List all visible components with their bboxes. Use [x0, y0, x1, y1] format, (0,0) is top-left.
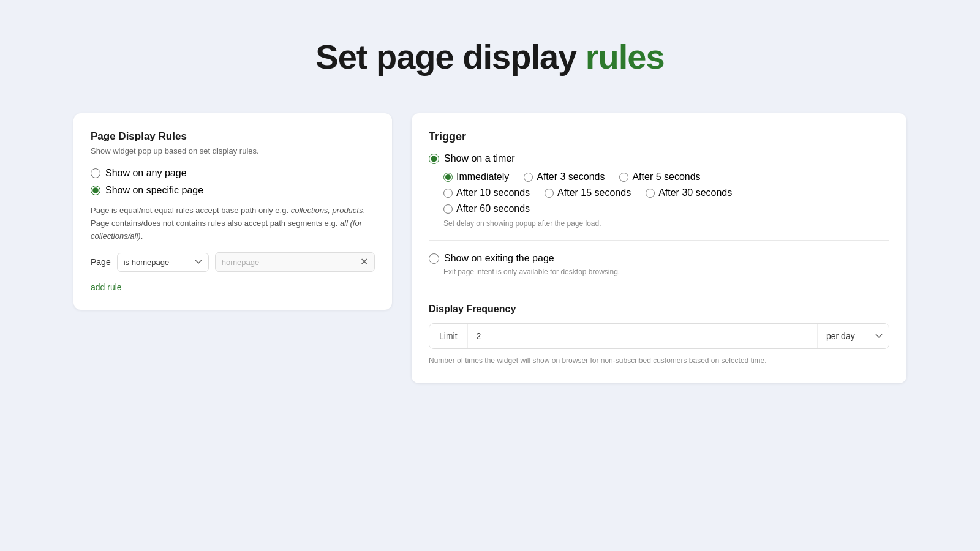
show-specific-page-radio[interactable] [91, 186, 100, 195]
after-15-label: After 15 seconds [557, 187, 631, 198]
timer-row-3: After 60 seconds [443, 203, 889, 214]
main-content: Page Display Rules Show widget pop up ba… [74, 113, 907, 383]
page-wrapper: Set page display rules Page Display Rule… [0, 0, 980, 551]
left-panel: Page Display Rules Show widget pop up ba… [74, 113, 392, 310]
show-on-timer-label: Show on a timer [444, 153, 515, 164]
frequency-description: Number of times the widget will show on … [429, 355, 889, 366]
show-specific-page-label: Show on specific page [105, 185, 203, 196]
show-any-page-radio[interactable] [91, 168, 100, 178]
frequency-divider [429, 291, 889, 291]
show-any-page-option[interactable]: Show on any page [91, 168, 375, 179]
page-rule-label: Page [91, 257, 111, 267]
after-60-label: After 60 seconds [456, 203, 530, 214]
add-rule-link[interactable]: add rule [91, 282, 122, 292]
show-on-exit-option: Show on exiting the page Exit page inten… [429, 253, 889, 276]
after-3-option[interactable]: After 3 seconds [524, 171, 605, 182]
show-any-page-label: Show on any page [105, 168, 187, 179]
after-5-label: After 5 seconds [632, 171, 700, 182]
after-60-option[interactable]: After 60 seconds [443, 203, 530, 214]
show-on-exit-radio[interactable] [429, 253, 439, 264]
after-30-radio[interactable] [646, 189, 655, 198]
show-on-exit-label: Show on exiting the page [444, 253, 554, 264]
desc-line2: . [363, 206, 365, 215]
trigger-divider [429, 240, 889, 241]
after-30-option[interactable]: After 30 seconds [646, 187, 732, 198]
page-title: Set page display rules [74, 37, 907, 77]
timer-row-2: After 10 seconds After 15 seconds After … [443, 187, 889, 198]
immediately-option[interactable]: Immediately [443, 171, 509, 182]
show-on-timer-label-row[interactable]: Show on a timer [429, 153, 889, 164]
page-rule-input-wrapper: ✕ [215, 252, 375, 272]
page-display-options: Show on any page Show on specific page [91, 168, 375, 196]
immediately-label: Immediately [456, 171, 509, 182]
limit-label: Limit [429, 324, 468, 348]
clear-input-button[interactable]: ✕ [360, 257, 368, 267]
desc-line4: . [141, 231, 143, 241]
panel-subtitle: Show widget pop up based on set display … [91, 146, 375, 156]
show-on-timer-option: Show on a timer Immediately After 3 seco… [429, 153, 889, 228]
after-5-option[interactable]: After 5 seconds [619, 171, 700, 182]
frequency-row: Limit per day per session per week [429, 323, 889, 349]
desc-line3: Page contains/does not contains rules al… [91, 219, 340, 228]
after-5-radio[interactable] [619, 173, 628, 182]
page-rule-description: Page is equal/not equal rules accept bas… [91, 204, 375, 242]
show-on-exit-label-row[interactable]: Show on exiting the page [429, 253, 889, 264]
timer-hint: Set delay on showing popup after the pag… [443, 219, 889, 228]
after-10-radio[interactable] [443, 189, 453, 198]
after-3-radio[interactable] [524, 173, 533, 182]
exit-hint: Exit page intent is only available for d… [443, 268, 889, 276]
after-10-option[interactable]: After 10 seconds [443, 187, 530, 198]
desc-italic1: collections, products [291, 206, 363, 215]
trigger-section-title: Trigger [429, 130, 889, 143]
page-rule-dropdown[interactable]: is homepage is not homepage contains doe… [117, 253, 209, 272]
show-on-timer-radio[interactable] [429, 154, 439, 164]
after-15-radio[interactable] [545, 189, 554, 198]
after-15-option[interactable]: After 15 seconds [545, 187, 631, 198]
frequency-section: Display Frequency Limit per day per sess… [429, 291, 889, 366]
limit-input[interactable] [468, 324, 817, 348]
frequency-title: Display Frequency [429, 304, 889, 315]
after-10-label: After 10 seconds [456, 187, 530, 198]
timer-row-1: Immediately After 3 seconds After 5 seco… [443, 171, 889, 182]
per-day-select[interactable]: per day per session per week [817, 324, 889, 348]
after-30-label: After 30 seconds [658, 187, 732, 198]
desc-line1: Page is equal/not equal rules accept bas… [91, 206, 291, 215]
page-rule-input[interactable] [222, 258, 356, 267]
page-title-highlight: rules [586, 37, 665, 76]
page-rule-row: Page is homepage is not homepage contain… [91, 252, 375, 272]
after-3-label: After 3 seconds [537, 171, 605, 182]
timer-options: Immediately After 3 seconds After 5 seco… [443, 171, 889, 228]
show-specific-page-option[interactable]: Show on specific page [91, 185, 375, 196]
right-panel: Trigger Show on a timer Immediately [412, 113, 907, 383]
after-60-radio[interactable] [443, 204, 453, 214]
page-title-main: Set page display [315, 37, 586, 76]
panel-title: Page Display Rules [91, 130, 375, 143]
immediately-radio[interactable] [443, 173, 453, 182]
